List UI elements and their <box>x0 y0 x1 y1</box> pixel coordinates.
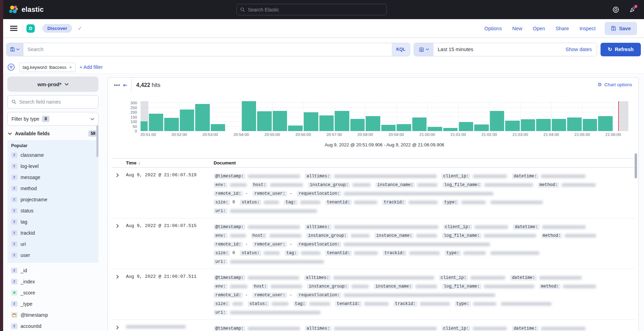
histogram-bar[interactable] <box>567 118 582 131</box>
field-item-method[interactable]: tmethod <box>10 183 95 194</box>
field-item-_index[interactable]: t_index <box>10 276 95 287</box>
available-fields-header[interactable]: Available fields 59 <box>7 130 98 137</box>
field-chip-@timestamp[interactable]: @timestamp: <box>214 326 245 331</box>
menu-icon[interactable] <box>10 26 17 31</box>
field-chip-type[interactable]: type: <box>445 250 461 256</box>
field-chip-trackid[interactable]: trackid: <box>382 200 406 205</box>
field-chip-requestlocation[interactable]: requestlocation: <box>297 191 341 196</box>
field-item-message[interactable]: tmessage <box>10 172 95 183</box>
histogram-chart[interactable]: 050100150200250300 20:51:0020:52:0020:53… <box>108 94 638 155</box>
field-chip-instance_group[interactable]: instance_group: <box>306 233 348 239</box>
histogram-bar[interactable] <box>428 127 442 131</box>
field-chip-tenantid[interactable]: tenantid: <box>325 200 352 205</box>
histogram-bar[interactable] <box>242 101 256 131</box>
field-chip-instance_name[interactable]: instance_name: <box>375 182 415 188</box>
histogram-bar[interactable] <box>335 111 349 131</box>
field-chip-method[interactable]: method: <box>538 182 559 188</box>
filter-by-type-button[interactable]: Filter by type 0 <box>7 112 98 126</box>
field-chip-@timestamp[interactable]: @timestamp: <box>214 275 245 281</box>
histogram-bar[interactable] <box>552 119 566 131</box>
field-chip-remote_id[interactable]: remote_id: <box>214 191 243 196</box>
field-chip-@timestamp[interactable]: @timestamp: <box>214 173 245 179</box>
field-chip-instance_group[interactable]: instance_group: <box>307 284 349 289</box>
field-item-classname[interactable]: tclassname <box>10 150 95 161</box>
field-item-log-level[interactable]: tlog-level <box>10 161 95 172</box>
field-item-accountid[interactable]: taccountid <box>10 321 95 331</box>
collapse-sidebar-icon[interactable]: ⇤ <box>123 82 128 88</box>
field-chip-log_file_name[interactable]: log_file_name: <box>442 233 481 239</box>
field-chip-host[interactable]: host: <box>252 182 268 188</box>
field-chip-alltimes[interactable]: alltimes: <box>304 275 331 281</box>
histogram-bar[interactable] <box>288 126 303 131</box>
field-item-_type[interactable]: t_type <box>10 298 95 309</box>
histogram-bar[interactable] <box>149 114 164 131</box>
field-chip-datetime[interactable]: datetime: <box>512 326 538 331</box>
expand-row-icon[interactable] <box>114 324 121 331</box>
field-chip-uri[interactable]: uri: <box>214 310 228 315</box>
field-item-uri[interactable]: turi <box>10 239 95 250</box>
sort-descending-icon[interactable]: ↓ <box>138 161 140 166</box>
field-chip-instance_name[interactable]: instance_name: <box>374 284 413 289</box>
histogram-bar[interactable] <box>583 119 597 131</box>
global-search-input[interactable]: Search Elastic <box>236 4 387 15</box>
field-chip-size[interactable]: size: <box>214 250 230 256</box>
field-chip-client_ip[interactable]: client_ip: <box>443 224 472 230</box>
filter-icon[interactable] <box>7 63 15 71</box>
field-item-tag[interactable]: ttag <box>10 216 95 227</box>
histogram-bar[interactable] <box>412 118 427 131</box>
histogram-bar[interactable] <box>141 121 148 131</box>
refresh-button[interactable]: ↻ Refresh <box>601 43 641 56</box>
saved-query-menu-button[interactable] <box>7 43 23 56</box>
date-quick-menu-button[interactable] <box>414 43 434 56</box>
field-chip-env[interactable]: env: <box>214 233 228 239</box>
index-pattern-picker[interactable]: wm-prod* <box>7 76 98 92</box>
histogram-bar[interactable] <box>211 124 225 131</box>
histogram-bar[interactable] <box>304 112 318 131</box>
table-scrollbar[interactable] <box>635 153 637 178</box>
histogram-bar[interactable] <box>505 121 520 131</box>
field-chip-size[interactable]: size: <box>214 301 230 307</box>
field-chip-log_file_name[interactable]: log_file_name: <box>442 182 482 188</box>
field-chip-host[interactable]: host: <box>252 284 269 289</box>
histogram-bar[interactable] <box>490 111 504 131</box>
histogram-bar[interactable] <box>474 124 489 131</box>
histogram-bar[interactable] <box>397 124 411 131</box>
histogram-bar[interactable] <box>381 125 396 131</box>
field-item-user[interactable]: tuser <box>10 250 95 261</box>
histogram-bar[interactable] <box>350 119 365 131</box>
field-chip-status[interactable]: status: <box>240 200 261 205</box>
field-chip-remote_id[interactable]: remote_id: <box>214 292 243 298</box>
field-chip-method[interactable]: method: <box>539 284 561 289</box>
expand-row-icon[interactable] <box>114 273 121 280</box>
field-item-status[interactable]: tstatus <box>10 205 95 216</box>
header-menu-open[interactable]: Open <box>533 26 545 31</box>
newsfeed-icon[interactable] <box>629 6 636 14</box>
histogram-bar[interactable] <box>164 118 179 131</box>
sidebar-scrollbar[interactable] <box>96 125 98 157</box>
field-chip-requestlocation[interactable]: requestlocation: <box>297 242 341 247</box>
header-menu-options[interactable]: Options <box>484 26 502 31</box>
save-button[interactable]: Save <box>605 22 637 35</box>
header-menu-inspect[interactable]: Inspect <box>579 26 596 31</box>
field-chip-requestlocation[interactable]: requestlocation: <box>297 292 341 298</box>
field-chip-instance_name[interactable]: instance_name: <box>374 233 414 239</box>
field-chip-trackid[interactable]: trackid: <box>383 250 407 256</box>
field-chip-type[interactable]: type: <box>443 200 459 205</box>
field-chip-status[interactable]: status: <box>240 250 261 256</box>
histogram-bar[interactable] <box>598 116 613 131</box>
field-chip-alltimes[interactable]: alltimes: <box>305 173 331 179</box>
field-chip-status[interactable]: status: <box>248 301 269 307</box>
histogram-bar[interactable] <box>459 122 474 131</box>
field-chip-tag[interactable]: tag: <box>285 250 299 256</box>
field-chip-alltimes[interactable]: alltimes: <box>305 224 331 230</box>
chart-options-button[interactable]: ⚙ Chart options <box>597 82 632 87</box>
histogram-bar[interactable] <box>443 128 458 131</box>
histogram-bar[interactable] <box>195 104 210 131</box>
field-chip-env[interactable]: env: <box>214 182 228 188</box>
field-item-_id[interactable]: t_id <box>10 265 95 276</box>
field-chip-tag[interactable]: tag: <box>293 301 307 307</box>
field-chip-instance_group[interactable]: instance_group: <box>308 182 350 188</box>
chart-plot-area[interactable] <box>141 101 628 131</box>
grid-options-icon[interactable] <box>114 84 120 86</box>
field-chip-tenantid[interactable]: tenantid: <box>325 250 352 256</box>
